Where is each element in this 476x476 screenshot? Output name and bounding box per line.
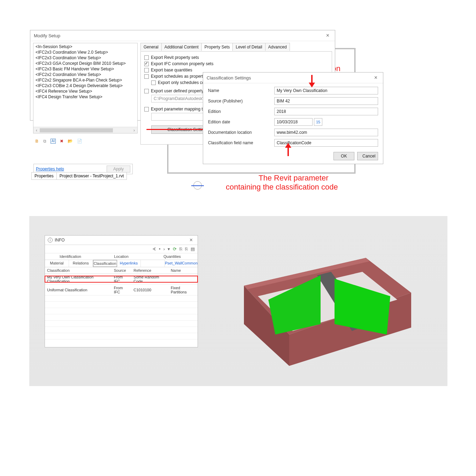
classification-dialog-title: Classification Settings xyxy=(207,75,251,80)
setup-item[interactable]: <IFC2x2 Coordination View Setup> xyxy=(35,72,136,77)
input-doc-location[interactable] xyxy=(274,129,378,136)
close-icon[interactable]: × xyxy=(187,237,195,243)
col-source[interactable]: Source xyxy=(112,267,132,274)
input-source[interactable] xyxy=(274,97,378,105)
export-setup-icon[interactable]: 📄 xyxy=(77,139,82,144)
classification-dialog-titlebar: Classification Settings × xyxy=(203,72,383,83)
check-revit-psets[interactable]: Export Revit property sets xyxy=(144,54,328,61)
group-location[interactable]: Location xyxy=(96,253,147,260)
col-name[interactable]: Name xyxy=(169,267,198,274)
group-identification[interactable]: Identification xyxy=(45,253,96,260)
tab-property-sets[interactable]: Property Sets xyxy=(201,43,233,51)
label-source: Source (Publisher) xyxy=(208,99,274,103)
annotation-bottom-2: containing the classification code xyxy=(226,183,338,192)
layout-icon[interactable]: ▤ xyxy=(190,246,195,252)
copy-setup-icon[interactable]: ⧉ xyxy=(43,139,46,144)
label-name: Name xyxy=(208,88,274,93)
modify-setup-tabs: General Additional Content Property Sets… xyxy=(140,43,290,51)
scroll-right-icon[interactable]: › xyxy=(131,127,137,133)
info-panel: i INFO × ∢ • › ▾ ⟳ ⎘ ⎘ ▤ Identification … xyxy=(45,235,198,347)
group-quantities[interactable]: Quantities xyxy=(147,253,198,260)
close-icon[interactable]: × xyxy=(372,75,379,81)
bottom-tabs: Properties Project Browser - TestProject… xyxy=(31,172,126,180)
info-title: INFO xyxy=(55,238,65,243)
import-setup-icon[interactable]: 📂 xyxy=(68,139,73,144)
nav-prev-icon[interactable]: • xyxy=(158,246,161,252)
label-field-name: Classification field name xyxy=(208,140,274,145)
setup-item[interactable]: <IFC4 Design Transfer View Setup> xyxy=(35,94,136,100)
close-icon[interactable]: × xyxy=(324,32,331,39)
new-setup-icon[interactable]: 🗎 xyxy=(35,139,39,144)
info-subtabs: Material Relations Classification Hyperl… xyxy=(45,260,198,267)
subtab-pset[interactable]: Pset_WallCommon xyxy=(165,260,198,267)
cancel-button[interactable]: Cancel xyxy=(357,152,378,160)
setup-item[interactable]: <IFC2x3 GSA Concept Design BIM 2010 Setu… xyxy=(35,61,136,66)
setup-list[interactable]: <In-Session Setup> <IFC2x3 Coordination … xyxy=(33,43,138,133)
scroll-thumb[interactable] xyxy=(40,128,113,132)
subtab-material[interactable]: Material xyxy=(45,260,69,267)
info-toolbar: ∢ • › ▾ ⟳ ⎘ ⎘ ▤ xyxy=(45,245,198,253)
setup-item[interactable]: <IFC2x3 Coordination View Setup> xyxy=(35,55,136,61)
properties-help-link[interactable]: Properties help xyxy=(36,167,64,171)
apply-button[interactable]: Apply xyxy=(107,166,130,172)
ok-button[interactable]: OK xyxy=(333,152,354,160)
modify-setup-title: Modify Setup xyxy=(34,33,60,38)
tab-general[interactable]: General xyxy=(140,43,162,51)
scroll-left-icon[interactable]: ‹ xyxy=(33,127,40,133)
label-doc-location: Documentation location xyxy=(208,130,274,135)
table-row[interactable]: Uniformat Classification From IFC C10101… xyxy=(45,285,198,295)
view-marker-icon xyxy=(190,178,205,194)
tab-properties[interactable]: Properties xyxy=(31,172,57,180)
setup-item[interactable]: <IFC2x3 Coordination View 2.0 Setup> xyxy=(35,49,136,55)
info-icon: i xyxy=(48,238,53,243)
label-edition: Edition xyxy=(208,109,274,114)
nav-next-icon[interactable]: › xyxy=(163,246,166,252)
input-edition-date[interactable] xyxy=(274,118,313,126)
clipboard-icon[interactable]: ⎘ xyxy=(184,246,189,252)
annotation-highlight-row xyxy=(45,276,198,283)
subtab-relations[interactable]: Relations xyxy=(69,260,93,267)
input-edition[interactable] xyxy=(274,108,378,115)
annotation-arrow-up xyxy=(283,142,293,156)
nav-dropdown-icon[interactable]: ▾ xyxy=(167,246,171,252)
horizontal-scrollbar[interactable]: ‹ › xyxy=(33,127,137,133)
annotation-bottom-1: The Revit parameter xyxy=(259,174,329,183)
delete-setup-icon[interactable]: ✖ xyxy=(60,139,63,144)
col-classification[interactable]: Classification xyxy=(45,267,112,274)
label-edition-date: Edition date xyxy=(208,120,274,124)
tab-project-browser[interactable]: Project Browser - TestProject_1.rvt xyxy=(56,172,127,180)
check-ifc-common[interactable]: Export IFC common property sets xyxy=(144,61,328,67)
setup-item[interactable]: <IFC2x3 Basic FM Handover View Setup> xyxy=(35,66,136,72)
setup-action-toolbar: 🗎 ⧉ AI ✖ 📂 📄 xyxy=(35,139,82,144)
setup-item[interactable]: <IFC2x2 Singapore BCA e-Plan Check Setup… xyxy=(35,77,136,83)
subtab-classification[interactable]: Classification xyxy=(93,260,117,267)
copy-icon[interactable]: ⎘ xyxy=(179,246,183,252)
refresh-icon[interactable]: ⟳ xyxy=(172,246,177,252)
subtab-empty xyxy=(141,260,165,267)
setup-item[interactable]: <In-Session Setup> xyxy=(35,44,136,49)
input-name[interactable] xyxy=(274,87,378,94)
tab-lod[interactable]: Level of Detail xyxy=(232,43,265,51)
calendar-icon[interactable]: 15 xyxy=(314,118,322,126)
modify-setup-titlebar: Modify Setup × xyxy=(30,30,335,41)
subtab-hyperlinks[interactable]: Hyperlinks xyxy=(117,260,141,267)
col-reference[interactable]: Reference xyxy=(131,267,169,274)
setup-item[interactable]: <IFC2x3 COBie 2.4 Design Deliverable Set… xyxy=(35,83,136,89)
nav-first-icon[interactable]: ∢ xyxy=(152,246,157,252)
tab-advanced[interactable]: Advanced xyxy=(265,43,290,51)
setup-item[interactable]: <IFC4 Reference View Setup> xyxy=(35,89,136,94)
annotation-arrow-down xyxy=(307,75,317,89)
model-3d-view[interactable] xyxy=(223,244,425,376)
tab-additional-content[interactable]: Additional Content xyxy=(161,43,202,51)
rename-setup-icon[interactable]: AI xyxy=(51,139,56,144)
info-groups: Identification Location Quantities xyxy=(45,253,198,260)
